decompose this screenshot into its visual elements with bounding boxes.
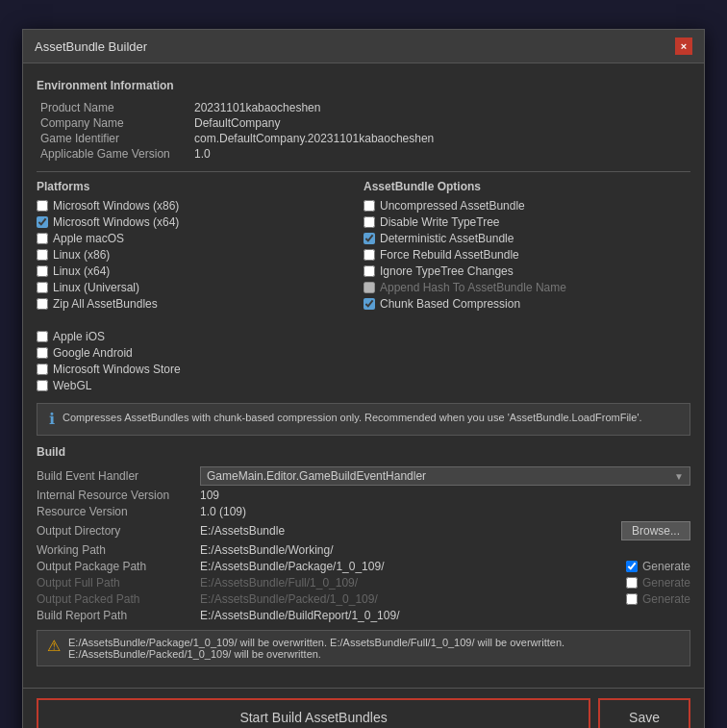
option-checkbox[interactable] bbox=[364, 298, 375, 310]
build-event-handler-dropdown[interactable]: GameMain.Editor.GameBuildEventHandler ▼ bbox=[200, 466, 690, 486]
output-directory-value: E:/AssetsBundle bbox=[200, 524, 614, 538]
option-checkbox-row: Uncompressed AssetBundle bbox=[364, 199, 690, 213]
platforms-col: Platforms Microsoft Windows (x86)Microso… bbox=[37, 180, 364, 395]
options-header: AssetBundle Options bbox=[364, 180, 690, 193]
working-path-value: E:/AssetsBundle/Working/ bbox=[200, 543, 690, 557]
output-full-generate-check: Generate bbox=[626, 576, 690, 590]
env-label: Applicable Game Version bbox=[37, 146, 190, 162]
output-directory-row: Output Directory E:/AssetsBundle Browse.… bbox=[37, 521, 690, 540]
build-section: Build Build Event Handler GameMain.Edito… bbox=[37, 445, 690, 622]
env-value: 20231101kabaocheshen bbox=[190, 100, 690, 115]
platform-checkbox[interactable] bbox=[37, 282, 48, 293]
platform-checkbox-row: Linux (Universal) bbox=[37, 281, 364, 294]
platform2-label: Apple iOS bbox=[53, 330, 105, 343]
option-checkbox[interactable] bbox=[364, 216, 375, 228]
start-build-button[interactable]: Start Build AssetBundles bbox=[37, 698, 590, 728]
env-value: DefaultCompany bbox=[190, 115, 690, 131]
build-report-path-value: E:/AssetsBundle/BuildReport/1_0_109/ bbox=[200, 609, 690, 622]
option-label: Append Hash To AssetBundle Name bbox=[380, 281, 566, 294]
platforms-header: Platforms bbox=[37, 180, 364, 193]
output-package-generate-label: Generate bbox=[642, 560, 690, 573]
output-package-generate-checkbox[interactable] bbox=[626, 561, 638, 572]
platform-checkbox[interactable] bbox=[37, 233, 48, 244]
platform-checkbox[interactable] bbox=[37, 216, 48, 228]
platform-label: Linux (x64) bbox=[53, 264, 110, 278]
output-full-path-label: Output Full Path bbox=[37, 576, 200, 590]
platform2-checkbox-row: Apple iOS bbox=[37, 330, 364, 343]
working-path-label: Working Path bbox=[37, 543, 200, 557]
output-packed-path-row: Output Packed Path E:/AssetsBundle/Packe… bbox=[37, 592, 690, 606]
internal-resource-version-value: 109 bbox=[200, 489, 690, 502]
platform-checkbox[interactable] bbox=[37, 200, 48, 212]
dropdown-arrow-icon: ▼ bbox=[674, 471, 684, 482]
platform-checkbox[interactable] bbox=[37, 249, 48, 261]
warning-message: E:/AssetsBundle/Package/1_0_109/ will be… bbox=[68, 637, 680, 660]
dialog-title: AssetBundle Builder bbox=[35, 39, 147, 54]
options-col: AssetBundle Options Uncompressed AssetBu… bbox=[364, 180, 690, 395]
divider-1 bbox=[37, 171, 690, 172]
info-message: Compresses AssetBundles with chunk-based… bbox=[63, 412, 642, 423]
platform2-checkbox[interactable] bbox=[37, 364, 48, 375]
resource-version-row: Resource Version 1.0 (109) bbox=[37, 505, 690, 518]
output-full-generate-checkbox[interactable] bbox=[626, 577, 638, 589]
assetbundle-builder-dialog: AssetBundle Builder × Environment Inform… bbox=[22, 29, 705, 728]
zip-all-checkbox[interactable] bbox=[37, 298, 48, 310]
env-table-row: Game Identifiercom.DefaultCompany.202311… bbox=[37, 131, 690, 146]
save-button[interactable]: Save bbox=[598, 698, 690, 728]
option-label: Chunk Based Compression bbox=[380, 297, 520, 311]
option-checkbox-row: Force Rebuild AssetBundle bbox=[364, 248, 690, 262]
env-table-row: Product Name20231101kabaocheshen bbox=[37, 100, 690, 115]
platform-label: Microsoft Windows (x64) bbox=[53, 215, 179, 229]
build-event-handler-label: Build Event Handler bbox=[37, 469, 200, 483]
option-checkbox[interactable] bbox=[364, 265, 375, 277]
option-checkbox-row: Ignore TypeTree Changes bbox=[364, 264, 690, 278]
build-event-handler-row: Build Event Handler GameMain.Editor.Game… bbox=[37, 466, 690, 486]
env-value: com.DefaultCompany.20231101kabaocheshen bbox=[190, 131, 690, 146]
output-directory-label: Output Directory bbox=[37, 524, 200, 538]
env-table: Product Name20231101kabaocheshenCompany … bbox=[37, 100, 690, 162]
platform2-checkbox[interactable] bbox=[37, 380, 48, 391]
platforms-options-row: Platforms Microsoft Windows (x86)Microso… bbox=[37, 180, 690, 395]
platform2-checkbox[interactable] bbox=[37, 331, 48, 342]
option-checkbox[interactable] bbox=[364, 200, 375, 212]
option-checkbox[interactable] bbox=[364, 233, 375, 244]
platform2-checkbox-row: Microsoft Windows Store bbox=[37, 363, 364, 376]
option-label: Uncompressed AssetBundle bbox=[380, 199, 525, 213]
info-icon: ℹ bbox=[49, 412, 55, 427]
resource-version-value: 1.0 (109) bbox=[200, 505, 690, 518]
build-report-path-row: Build Report Path E:/AssetsBundle/BuildR… bbox=[37, 609, 690, 622]
output-full-generate-label: Generate bbox=[642, 576, 690, 590]
option-checkbox bbox=[364, 282, 375, 293]
resource-version-label: Resource Version bbox=[37, 505, 200, 518]
output-package-generate-check: Generate bbox=[626, 560, 690, 573]
close-button[interactable]: × bbox=[675, 38, 692, 55]
output-package-path-value: E:/AssetsBundle/Package/1_0_109/ bbox=[200, 560, 618, 573]
platform-checkbox[interactable] bbox=[37, 265, 48, 277]
platform2-checkbox[interactable] bbox=[37, 347, 48, 359]
option-label: Ignore TypeTree Changes bbox=[380, 264, 514, 278]
platform2-label: Google Android bbox=[53, 346, 133, 360]
output-full-path-value: E:/AssetsBundle/Full/1_0_109/ bbox=[200, 576, 618, 590]
option-label: Disable Write TypeTree bbox=[380, 215, 500, 229]
option-checkbox-row: Append Hash To AssetBundle Name bbox=[364, 281, 690, 294]
platform-checkbox-row: Microsoft Windows (x64) bbox=[37, 215, 364, 229]
output-full-path-row: Output Full Path E:/AssetsBundle/Full/1_… bbox=[37, 576, 690, 590]
build-report-path-label: Build Report Path bbox=[37, 609, 200, 622]
platform2-label: WebGL bbox=[53, 379, 91, 392]
browse-button[interactable]: Browse... bbox=[621, 521, 690, 540]
env-value: 1.0 bbox=[190, 146, 690, 162]
platform-checkbox-row: Linux (x64) bbox=[37, 264, 364, 278]
output-packed-generate-checkbox[interactable] bbox=[626, 593, 638, 605]
platform-label: Linux (Universal) bbox=[53, 281, 139, 294]
info-box: ℹ Compresses AssetBundles with chunk-bas… bbox=[37, 403, 690, 436]
env-label: Game Identifier bbox=[37, 131, 190, 146]
option-label: Force Rebuild AssetBundle bbox=[380, 248, 519, 262]
build-section-header: Build bbox=[37, 445, 690, 459]
output-packed-generate-label: Generate bbox=[642, 592, 690, 606]
dialog-content: Environment Information Product Name2023… bbox=[23, 63, 704, 688]
internal-resource-version-label: Internal Resource Version bbox=[37, 489, 200, 502]
env-section-header: Environment Information bbox=[37, 79, 690, 92]
env-label: Product Name bbox=[37, 100, 190, 115]
platform-label: Microsoft Windows (x86) bbox=[53, 199, 179, 213]
option-checkbox[interactable] bbox=[364, 249, 375, 261]
